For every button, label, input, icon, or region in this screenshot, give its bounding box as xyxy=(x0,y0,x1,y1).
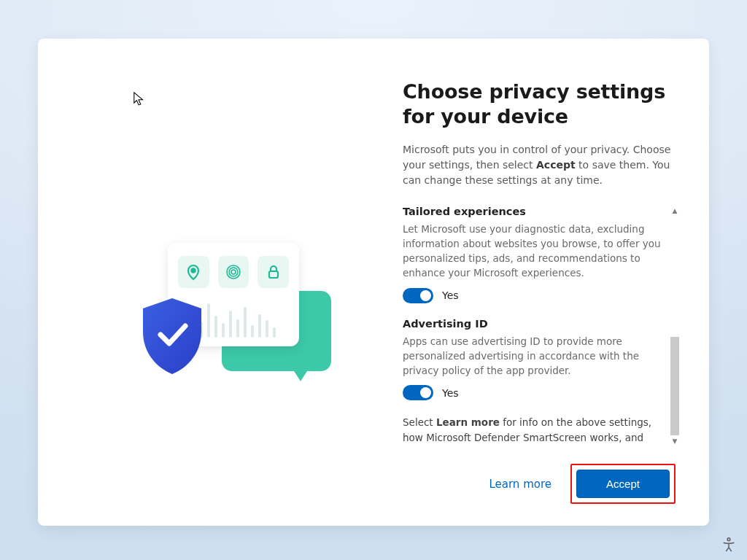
toggle-label: Yes xyxy=(442,387,459,399)
section-body: Let Microsoft use your diagnostic data, … xyxy=(403,222,662,281)
mouse-cursor-icon xyxy=(133,91,146,107)
lock-icon xyxy=(258,256,289,288)
section-tailored-experiences: Tailored experiences Let Microsoft use y… xyxy=(403,206,662,303)
privacy-illustration xyxy=(137,243,341,389)
svg-rect-4 xyxy=(269,271,278,278)
fingerprint-icon xyxy=(218,256,249,288)
svg-point-2 xyxy=(229,268,238,276)
svg-point-0 xyxy=(192,268,196,272)
page-title: Choose privacy settings for your device xyxy=(403,79,680,129)
dialog-actions: Learn more Accept xyxy=(403,464,680,504)
learn-more-footnote: Select Learn more for info on the above … xyxy=(403,415,662,446)
settings-scroll-area: Tailored experiences Let Microsoft use y… xyxy=(403,206,680,447)
scroll-up-icon[interactable]: ▲ xyxy=(673,206,678,216)
svg-point-5 xyxy=(727,538,730,541)
svg-point-3 xyxy=(231,270,236,274)
shield-check-icon xyxy=(137,295,207,376)
intro-text: Microsoft puts you in control of your pr… xyxy=(403,142,680,188)
chat-bubble-tail xyxy=(290,365,311,381)
scrollbar[interactable]: ▲ ▼ xyxy=(670,206,680,447)
learn-more-link[interactable]: Learn more xyxy=(489,478,551,491)
footnote-bold: Learn more xyxy=(436,416,500,428)
intro-bold: Accept xyxy=(536,159,576,171)
accept-highlight: Accept xyxy=(570,464,676,504)
section-heading: Tailored experiences xyxy=(403,206,662,217)
accessibility-icon[interactable] xyxy=(721,537,737,553)
toggle-label: Yes xyxy=(442,289,459,301)
scroll-thumb[interactable] xyxy=(670,337,679,435)
scroll-down-icon[interactable]: ▼ xyxy=(673,436,678,446)
content-pane: Choose privacy settings for your device … xyxy=(388,39,709,526)
footnote-pre: Select xyxy=(403,416,436,428)
tailored-experiences-toggle[interactable] xyxy=(403,288,433,303)
section-heading: Advertising ID xyxy=(403,318,662,330)
accept-button[interactable]: Accept xyxy=(576,470,670,498)
map-pin-icon xyxy=(178,256,209,288)
oobe-dialog: Choose privacy settings for your device … xyxy=(38,39,709,526)
advertising-id-toggle[interactable] xyxy=(403,385,433,400)
section-body: Apps can use advertising ID to provide m… xyxy=(403,334,662,378)
section-advertising-id: Advertising ID Apps can use advertising … xyxy=(403,318,662,401)
illustration-pane xyxy=(38,39,388,526)
